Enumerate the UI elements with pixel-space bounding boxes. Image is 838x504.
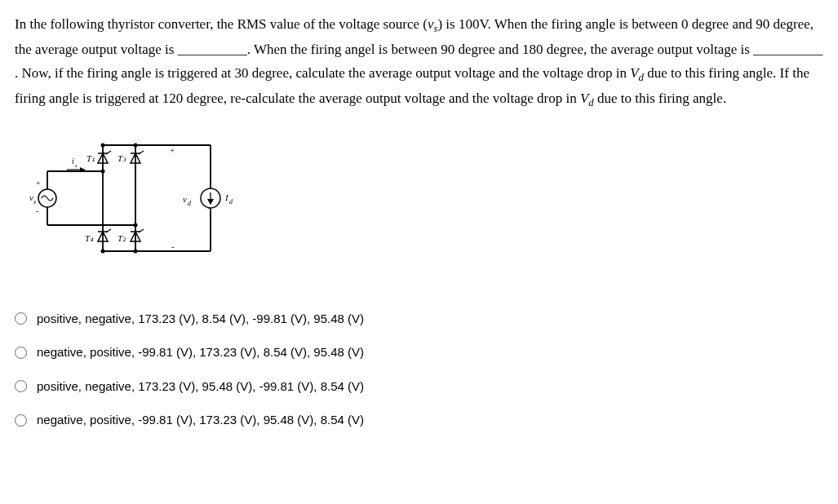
- q-part6: due to this firing angle.: [594, 91, 726, 106]
- svg-text:s: s: [75, 162, 78, 169]
- svg-text:i: i: [72, 157, 74, 166]
- svg-text:v: v: [183, 194, 187, 204]
- svg-text:d: d: [188, 200, 192, 207]
- q-part3: . When the firing angel is between 90 de…: [247, 42, 753, 57]
- radio-icon: [15, 347, 27, 359]
- svg-text:T₄: T₄: [85, 233, 94, 243]
- blank1: __________: [178, 38, 247, 62]
- svg-line-26: [139, 151, 144, 154]
- svg-point-32: [134, 223, 138, 228]
- svg-point-34: [101, 144, 105, 148]
- svg-line-16: [106, 151, 111, 154]
- svg-point-35: [134, 144, 138, 148]
- question-text: In the following thyristor converter, th…: [15, 13, 823, 113]
- option-c-label: positive, negative, 173.23 (V), 95.48 (V…: [37, 376, 364, 397]
- svg-text:T₁: T₁: [86, 153, 95, 163]
- option-c[interactable]: positive, negative, 173.23 (V), 95.48 (V…: [15, 376, 823, 397]
- q-part1: In the following thyristor converter, th…: [15, 16, 428, 32]
- option-b[interactable]: negative, positive, -99.81 (V), 173.23 (…: [15, 342, 823, 363]
- blank2: __________: [753, 38, 822, 62]
- radio-icon: [15, 414, 27, 427]
- option-a[interactable]: positive, negative, 173.23 (V), 8.54 (V)…: [15, 308, 823, 329]
- svg-text:s: s: [33, 198, 36, 206]
- options-list: positive, negative, 173.23 (V), 8.54 (V)…: [15, 308, 823, 431]
- svg-text:d: d: [229, 198, 233, 206]
- option-d[interactable]: negative, positive, -99.81 (V), 173.23 (…: [15, 409, 823, 431]
- svg-marker-47: [207, 199, 214, 205]
- svg-point-37: [101, 250, 105, 254]
- svg-point-22: [101, 170, 105, 174]
- svg-text:+: +: [170, 145, 175, 155]
- svg-text:T₃: T₃: [117, 153, 126, 163]
- radio-icon: [15, 380, 27, 392]
- svg-line-20: [106, 229, 111, 232]
- radio-icon: [15, 312, 27, 325]
- vd-var2: V: [580, 91, 588, 106]
- option-b-label: negative, positive, -99.81 (V), 173.23 (…: [37, 342, 364, 363]
- circuit-diagram: v s + - i s T₁ T₄ T₃: [21, 129, 823, 276]
- svg-text:T₂: T₂: [117, 233, 126, 243]
- svg-point-38: [134, 250, 138, 254]
- svg-line-30: [139, 229, 144, 232]
- option-a-label: positive, negative, 173.23 (V), 8.54 (V)…: [37, 308, 364, 329]
- svg-text:-: -: [171, 241, 175, 251]
- q-part4: . Now, if the firing angle is triggered …: [15, 65, 630, 81]
- svg-text:+: +: [36, 179, 41, 188]
- option-d-label: negative, positive, -99.81 (V), 173.23 (…: [37, 409, 364, 431]
- vd-var: V: [630, 65, 638, 81]
- svg-text:-: -: [36, 206, 38, 215]
